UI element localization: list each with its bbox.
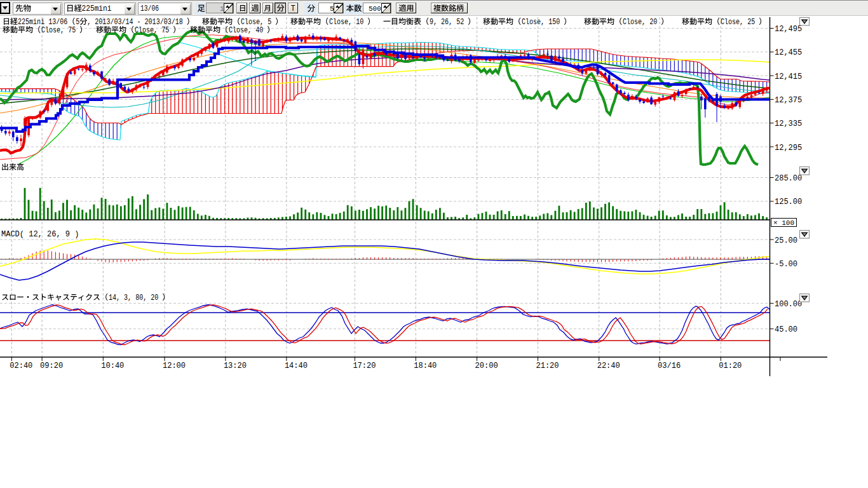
svg-text:1: 1 [220, 5, 224, 13]
svg-text:18:40: 18:40 [414, 362, 437, 370]
svg-text:09:20: 09:20 [40, 362, 63, 370]
svg-text:45.00: 45.00 [775, 325, 797, 334]
svg-text:Close, 150: Close, 150 [518, 18, 564, 27]
svg-text:Close, 40: Close, 40 [225, 26, 267, 35]
svg-text:5: 5 [330, 5, 334, 13]
svg-text:14, 3, 80, 20: 14, 3, 80, 20 [105, 294, 162, 302]
svg-text:14:40: 14:40 [285, 362, 308, 370]
svg-text:20:00: 20:00 [475, 362, 498, 370]
svg-text:12,375: 12,375 [775, 96, 802, 105]
svg-text:13:20: 13:20 [224, 362, 247, 370]
svg-text:225mini: 225mini [82, 4, 112, 13]
svg-text:Close, 75: Close, 75 [37, 26, 79, 35]
svg-text:03/16: 03/16 [658, 362, 681, 370]
svg-text:17:20: 17:20 [353, 362, 376, 370]
svg-text:22:40: 22:40 [597, 362, 620, 370]
svg-text:225mini 13/06: 225mini 13/06 [18, 18, 67, 27]
svg-text:12,495: 12,495 [775, 25, 802, 34]
svg-text:12,455: 12,455 [775, 48, 802, 57]
svg-text:12,295: 12,295 [775, 144, 802, 152]
svg-text:125.00: 125.00 [775, 198, 802, 207]
svg-text:100.00: 100.00 [775, 300, 802, 309]
svg-text:10:40: 10:40 [101, 362, 124, 370]
svg-text:Close, 5: Close, 5 [237, 18, 275, 27]
svg-text:Close, 10: Close, 10 [325, 18, 367, 27]
svg-text:01:20: 01:20 [719, 362, 742, 370]
svg-text:Close, 75: Close, 75 [131, 26, 173, 35]
svg-text:, 2013/03/14 - 2013/03/18: , 2013/03/14 - 2013/03/18 [87, 18, 186, 27]
svg-text:12,415: 12,415 [775, 72, 802, 81]
svg-text:21:20: 21:20 [536, 362, 559, 370]
svg-text:Close, 20: Close, 20 [619, 18, 661, 27]
svg-text:Close, 25: Close, 25 [717, 18, 759, 27]
svg-text:25.00: 25.00 [775, 236, 797, 245]
svg-text:285.00: 285.00 [775, 174, 802, 183]
svg-text:500: 500 [369, 5, 381, 13]
svg-text:13/06: 13/06 [140, 4, 159, 13]
svg-text:9, 26, 52: 9, 26, 52 [426, 18, 468, 27]
svg-text:MACD( 12, 26, 9 ): MACD( 12, 26, 9 ) [1, 230, 79, 239]
svg-text:-5.00: -5.00 [775, 260, 797, 269]
svg-text:12,335: 12,335 [775, 119, 802, 128]
svg-text:12:00: 12:00 [163, 362, 186, 370]
svg-text:× 100: × 100 [773, 219, 794, 227]
svg-text:02:40: 02:40 [10, 362, 32, 370]
svg-text:T: T [291, 4, 295, 13]
svg-text:5: 5 [72, 18, 79, 27]
